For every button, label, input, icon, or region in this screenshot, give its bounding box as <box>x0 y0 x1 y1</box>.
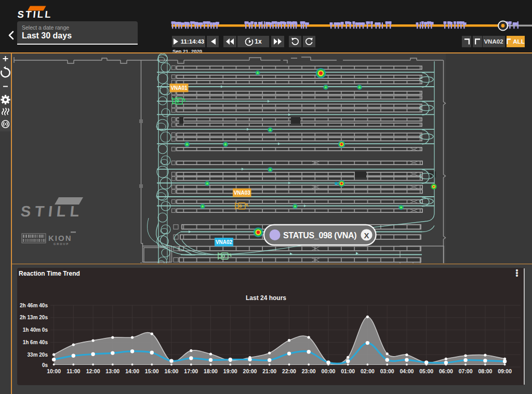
svg-text:06:00: 06:00 <box>439 368 453 374</box>
svg-text:09:00: 09:00 <box>498 368 512 374</box>
svg-text:VNA03: VNA03 <box>234 190 251 196</box>
svg-text:33m 20s: 33m 20s <box>28 352 48 358</box>
svg-text:10:00: 10:00 <box>47 368 61 374</box>
svg-text:03:00: 03:00 <box>380 368 394 374</box>
svg-text:20:00: 20:00 <box>243 368 257 374</box>
svg-text:00:00: 00:00 <box>322 368 336 374</box>
svg-text:19:00: 19:00 <box>223 368 237 374</box>
svg-text:GROUP: GROUP <box>54 242 69 246</box>
svg-text:VNA01: VNA01 <box>170 85 188 91</box>
svg-text:1h 6m 40s: 1h 6m 40s <box>23 339 48 345</box>
svg-text:16:00: 16:00 <box>165 368 179 374</box>
svg-text:13:00: 13:00 <box>105 368 119 374</box>
svg-text:STATUS_098 (VNA): STATUS_098 (VNA) <box>283 231 356 240</box>
svg-text:12:00: 12:00 <box>86 368 100 374</box>
svg-text:01:00: 01:00 <box>341 368 355 374</box>
svg-text:KION: KION <box>48 234 72 242</box>
svg-text:22:00: 22:00 <box>282 368 296 374</box>
svg-text:18:00: 18:00 <box>204 368 218 374</box>
svg-text:VNA02: VNA02 <box>216 239 233 245</box>
svg-text:08:00: 08:00 <box>478 368 492 374</box>
svg-text:X: X <box>364 231 369 240</box>
svg-text:15:00: 15:00 <box>145 368 159 374</box>
svg-text:14:00: 14:00 <box>125 368 139 374</box>
svg-text:0s: 0s <box>42 362 48 368</box>
svg-text:05:00: 05:00 <box>419 368 433 374</box>
svg-text:02:00: 02:00 <box>361 368 375 374</box>
svg-text:07:00: 07:00 <box>459 368 473 374</box>
svg-text:1h 40m 0s: 1h 40m 0s <box>23 327 48 333</box>
svg-text:2h 13m 20s: 2h 13m 20s <box>20 315 48 320</box>
svg-text:17:00: 17:00 <box>184 368 198 374</box>
svg-text:2h 46m 40s: 2h 46m 40s <box>20 303 48 308</box>
svg-text:23:00: 23:00 <box>302 368 316 374</box>
svg-text:11:00: 11:00 <box>66 368 80 374</box>
svg-text:04:00: 04:00 <box>400 368 414 374</box>
svg-text:21:00: 21:00 <box>262 368 276 374</box>
svg-text:STILL: STILL <box>20 203 84 220</box>
